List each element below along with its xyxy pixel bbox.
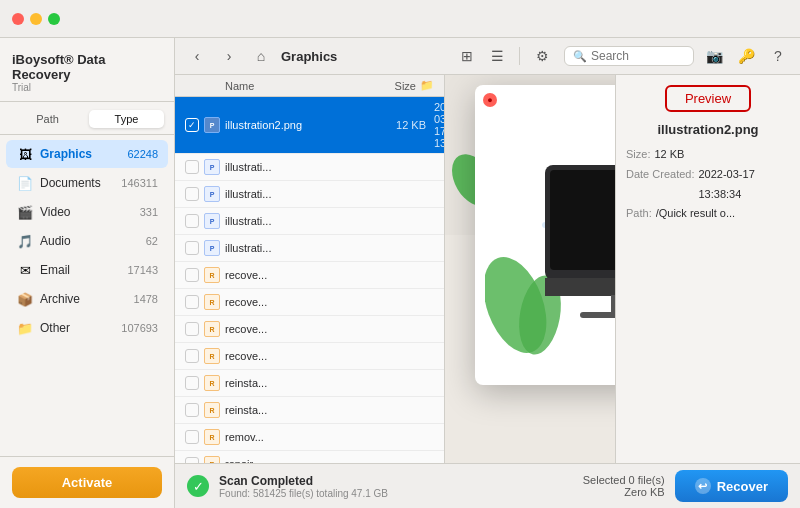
sidebar-item-graphics[interactable]: 🖼 Graphics 62248 — [6, 140, 168, 168]
svg-rect-19 — [550, 170, 615, 270]
row-checkbox[interactable] — [185, 403, 199, 417]
popup-close-button[interactable]: ● — [483, 93, 497, 107]
search-box: 🔍 — [564, 46, 694, 66]
sidebar-item-email[interactable]: ✉ Email 17143 — [6, 256, 168, 284]
popup-preview: ● — [475, 85, 615, 385]
row-checkbox[interactable] — [185, 268, 199, 282]
file-name: remov... — [225, 431, 434, 443]
size-label: Size: — [626, 145, 650, 165]
maximize-button[interactable] — [48, 13, 60, 25]
sidebar-item-other[interactable]: 📁 Other 107693 — [6, 314, 168, 342]
file-type-icon: R — [203, 293, 221, 311]
sidebar-header: iBoysoft® Data Recovery Trial — [0, 38, 174, 102]
file-type-icon: R — [203, 401, 221, 419]
preview-metadata: Size: 12 KB Date Created: 2022-03-17 13:… — [626, 145, 790, 224]
file-type-icon: P — [203, 212, 221, 230]
file-name: illustration2.png — [225, 119, 371, 131]
sidebar-item-label: Archive — [40, 292, 134, 306]
preview-path-row: Path: /Quick result o... — [626, 204, 790, 224]
file-type-icon: R — [203, 347, 221, 365]
size-value: 12 KB — [654, 145, 684, 165]
preview-filename: illustration2.png — [657, 122, 758, 137]
sidebar-item-label: Other — [40, 321, 121, 335]
row-checkbox[interactable] — [185, 349, 199, 363]
activate-button[interactable]: Activate — [12, 467, 162, 498]
table-row[interactable]: P illustrati... — [175, 208, 444, 235]
header-name: Name — [225, 80, 361, 92]
table-row[interactable]: R recove... — [175, 289, 444, 316]
view-buttons: ⊞ ☰ — [453, 44, 511, 68]
preview-size-row: Size: 12 KB — [626, 145, 790, 165]
table-row[interactable]: ✓ P illustration2.png 12 KB 2022-03-17 1… — [175, 97, 444, 154]
file-name: reinsta... — [225, 377, 434, 389]
sidebar-item-count: 331 — [140, 206, 158, 218]
file-type-icon: R — [203, 455, 221, 463]
recover-label: Recover — [717, 479, 768, 494]
row-checkbox[interactable] — [185, 241, 199, 255]
file-rows: ✓ P illustration2.png 12 KB 2022-03-17 1… — [175, 97, 444, 463]
video-icon: 🎬 — [16, 203, 34, 221]
row-checkbox[interactable] — [185, 430, 199, 444]
file-type-icon: R — [203, 428, 221, 446]
back-button[interactable]: ‹ — [185, 44, 209, 68]
table-row[interactable]: R remov... — [175, 424, 444, 451]
row-checkbox[interactable] — [185, 295, 199, 309]
table-row[interactable]: R recove... — [175, 262, 444, 289]
path-label: Path: — [626, 204, 652, 224]
row-checkbox[interactable] — [185, 376, 199, 390]
key-button[interactable]: 🔑 — [734, 44, 758, 68]
file-table-header: Name Size 📁 — [175, 75, 444, 97]
row-checkbox[interactable] — [185, 187, 199, 201]
tab-type[interactable]: Type — [89, 110, 164, 128]
header-size: Size — [361, 80, 416, 92]
sidebar-items: 🖼 Graphics 62248 📄 Documents 146311 🎬 Vi… — [0, 135, 174, 456]
graphics-icon: 🖼 — [16, 145, 34, 163]
table-row[interactable]: P illustrati... — [175, 154, 444, 181]
row-checkbox[interactable] — [185, 322, 199, 336]
table-row[interactable]: P illustrati... — [175, 181, 444, 208]
row-checkbox[interactable] — [185, 160, 199, 174]
folder-icon: 📁 — [420, 79, 434, 92]
sidebar-item-label: Graphics — [40, 147, 127, 161]
toolbar-title: Graphics — [281, 49, 337, 64]
help-button[interactable]: ? — [766, 44, 790, 68]
sidebar-item-audio[interactable]: 🎵 Audio 62 — [6, 227, 168, 255]
sidebar-item-count: 62248 — [127, 148, 158, 160]
email-icon: ✉ — [16, 261, 34, 279]
table-row[interactable]: R repair-... — [175, 451, 444, 463]
sidebar-item-count: 146311 — [121, 177, 158, 189]
forward-button[interactable]: › — [217, 44, 241, 68]
table-row[interactable]: R recove... — [175, 343, 444, 370]
list-view-button[interactable]: ☰ — [483, 44, 511, 68]
table-row[interactable]: R recove... — [175, 316, 444, 343]
file-name: recove... — [225, 269, 434, 281]
grid-view-button[interactable]: ⊞ — [453, 44, 481, 68]
file-type-icon: P — [203, 158, 221, 176]
sidebar-item-documents[interactable]: 📄 Documents 146311 — [6, 169, 168, 197]
table-row[interactable]: R reinsta... — [175, 370, 444, 397]
sidebar-item-video[interactable]: 🎬 Video 331 — [6, 198, 168, 226]
minimize-button[interactable] — [30, 13, 42, 25]
camera-button[interactable]: 📷 — [702, 44, 726, 68]
search-input[interactable] — [591, 49, 685, 63]
recover-button[interactable]: ↩ Recover — [675, 470, 788, 502]
file-type-icon: R — [203, 320, 221, 338]
status-bar: ✓ Scan Completed Found: 581425 file(s) t… — [175, 463, 800, 508]
archive-icon: 📦 — [16, 290, 34, 308]
app-title: iBoysoft® Data Recovery — [12, 52, 162, 82]
main-container: iBoysoft® Data Recovery Trial Path Type … — [0, 38, 800, 508]
sidebar-item-archive[interactable]: 📦 Archive 1478 — [6, 285, 168, 313]
path-value: /Quick result o... — [656, 204, 735, 224]
row-checkbox[interactable] — [185, 214, 199, 228]
filter-button[interactable]: ⚙ — [528, 44, 556, 68]
sidebar-activate: Activate — [0, 456, 174, 508]
close-button[interactable] — [12, 13, 24, 25]
tab-path[interactable]: Path — [10, 110, 85, 128]
home-button[interactable]: ⌂ — [249, 44, 273, 68]
recover-icon: ↩ — [695, 478, 711, 494]
selected-info: Selected 0 file(s) Zero KB — [583, 474, 665, 498]
preview-button[interactable]: Preview — [665, 85, 751, 112]
table-row[interactable]: R reinsta... — [175, 397, 444, 424]
row-checkbox[interactable]: ✓ — [185, 118, 199, 132]
table-row[interactable]: P illustrati... — [175, 235, 444, 262]
